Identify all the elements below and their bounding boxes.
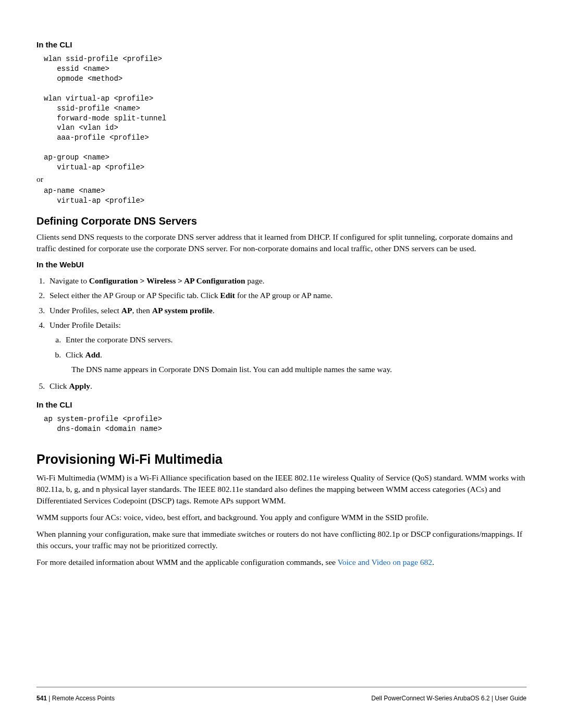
footer-chapter: Remote Access Points [52, 695, 115, 702]
page-number: 541 [36, 695, 47, 702]
step-4b: Click Add. [63, 348, 527, 362]
wifi-paragraph-4: For more detailed information about WMM … [36, 557, 527, 568]
step-4: Under Profile Details: Enter the corpora… [47, 318, 527, 376]
footer-right: Dell PowerConnect W-Series ArubaOS 6.2 |… [371, 695, 527, 702]
footer-left: 541 | Remote Access Points [36, 695, 115, 702]
heading-defining-dns: Defining Corporate DNS Servers [36, 215, 527, 227]
step-1: Navigate to Configuration > Wireless > A… [47, 274, 527, 288]
heading-in-the-webui: In the WebUI [36, 260, 527, 270]
heading-in-the-cli-2: In the CLI [36, 400, 527, 410]
or-separator: or [36, 175, 527, 184]
code-block-1: wlan ssid-profile <profile> essid <name>… [44, 54, 527, 172]
step-4a: Enter the corporate DNS servers. [63, 333, 527, 347]
step-4b-note: The DNS name appears in Corporate DNS Do… [71, 363, 527, 376]
code-block-2: ap-name <name> virtual-ap <profile> [44, 186, 527, 206]
step-2: Select either the AP Group or AP Specifi… [47, 289, 527, 302]
heading-in-the-cli-1: In the CLI [36, 40, 527, 50]
webui-steps-list: Navigate to Configuration > Wireless > A… [36, 274, 527, 393]
voice-video-link[interactable]: Voice and Video on page 682 [338, 558, 432, 566]
footer-product: Dell PowerConnect W-Series ArubaOS 6.2 [371, 695, 489, 702]
wifi-paragraph-1: Wi-Fi Multimedia (WMM) is a Wi-Fi Allian… [36, 472, 527, 507]
code-block-3: ap system-profile <profile> dns-domain <… [44, 414, 527, 434]
dns-intro-paragraph: Clients send DNS requests to the corpora… [36, 231, 527, 254]
wifi-paragraph-3: When planning your configuration, make s… [36, 528, 527, 551]
heading-provisioning-wifi: Provisioning Wi-Fi Multimedia [36, 452, 527, 467]
page-footer: 541 | Remote Access Points Dell PowerCon… [36, 687, 527, 702]
step-3: Under Profiles, select AP, then AP syste… [47, 304, 527, 317]
wifi-paragraph-2: WMM supports four ACs: voice, video, bes… [36, 512, 527, 523]
step-5: Click Apply. [47, 379, 527, 393]
step-4-sublist: Enter the corporate DNS servers. Click A… [50, 333, 527, 362]
document-page: In the CLI wlan ssid-profile <profile> e… [0, 0, 563, 568]
footer-doc-type: User Guide [495, 695, 527, 702]
